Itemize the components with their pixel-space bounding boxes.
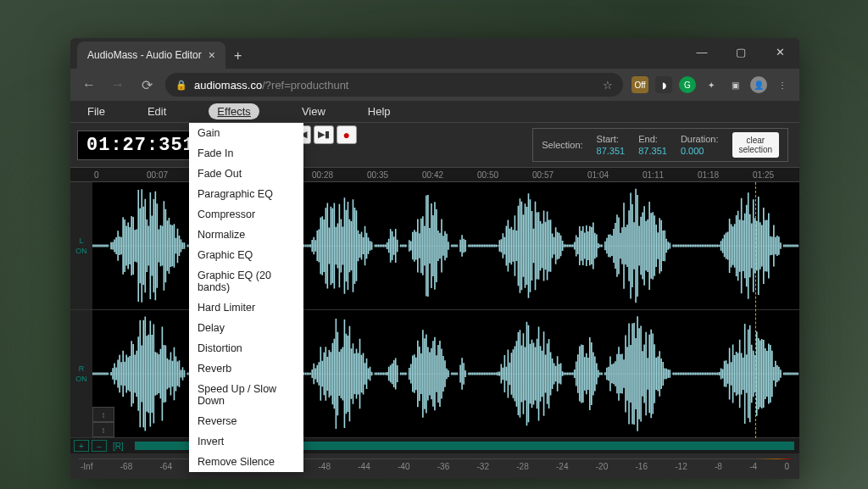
timeline-tick: 01:25 [753, 170, 774, 180]
effect-remove-silence[interactable]: Remove Silence [189, 452, 303, 472]
db-tick: -12 [675, 462, 687, 471]
selection-label: Selection: [542, 140, 582, 150]
db-tick: -28 [516, 462, 528, 471]
db-tick: -Inf [81, 462, 92, 471]
clear-selection-button[interactable]: clear selection [732, 132, 779, 158]
back-button[interactable]: ← [79, 77, 99, 92]
zoom-reset-button[interactable]: [R] [109, 442, 127, 451]
timeline-tick: 00:42 [422, 170, 443, 180]
timeline-tick: 01:18 [698, 170, 719, 180]
close-window-button[interactable]: ✕ [760, 38, 799, 65]
effect-reverb[interactable]: Reverb [189, 358, 303, 379]
timeline-tick: 00:57 [532, 170, 554, 180]
effect-invert[interactable]: Invert [189, 431, 303, 452]
effect-graphic-eq[interactable]: Graphic EQ [189, 245, 303, 265]
close-tab-icon[interactable]: × [209, 48, 215, 62]
browser-window: AudioMass - Audio Editor × + — ▢ ✕ ← → ⟳… [70, 38, 799, 479]
side-tool[interactable]: ↕ [92, 422, 114, 437]
menu-help[interactable]: Help [368, 105, 391, 118]
zoom-out-button[interactable]: – [92, 440, 107, 452]
effect-hard-limiter[interactable]: Hard Limiter [189, 297, 303, 318]
browser-tab[interactable]: AudioMass - Audio Editor × [77, 42, 225, 69]
timeline-tick: 01:11 [643, 170, 664, 180]
tab-title: AudioMass - Audio Editor [87, 49, 202, 61]
extension-icon[interactable]: Off [632, 76, 648, 93]
effect-distortion[interactable]: Distortion [189, 338, 303, 358]
channel-left: L ON [70, 182, 799, 310]
db-tick: -40 [398, 462, 409, 471]
effect-delay[interactable]: Delay [189, 318, 303, 338]
extension-icon[interactable]: ▣ [726, 76, 743, 93]
effects-dropdown: Gain Fade In Fade Out Paragraphic EQ Com… [189, 123, 303, 472]
menubar: File Edit Effects View Help Gain Fade In… [70, 101, 799, 123]
db-tick: 0 [784, 462, 789, 471]
effect-normalize[interactable]: Normalize [189, 225, 303, 245]
minimize-button[interactable]: — [682, 38, 721, 65]
selection-start-label: Start: [597, 133, 626, 145]
timeline-tick: 00:07 [147, 170, 168, 180]
db-tick: -44 [358, 462, 370, 471]
record-button[interactable]: ● [337, 125, 357, 144]
db-tick: -20 [596, 462, 608, 471]
db-tick: -8 [715, 462, 722, 471]
channel-right-label[interactable]: R ON [70, 310, 92, 437]
selection-end-value: 87.351 [638, 145, 667, 157]
db-tick: -16 [636, 462, 648, 471]
timeline-tick: 00:50 [477, 170, 498, 180]
db-tick: -64 [160, 462, 172, 471]
extension-icons: Off ◗ G ✦ ▣ 👤 ⋮ [632, 76, 791, 93]
selection-duration-value: 0.000 [681, 145, 719, 157]
extension-icon[interactable]: G [679, 76, 696, 93]
bookmark-icon[interactable]: ☆ [603, 79, 613, 92]
effect-fade-out[interactable]: Fade Out [189, 164, 303, 184]
address-bar: ← → ⟳ 🔒 audiomass.co/?ref=producthunt ☆ … [70, 69, 799, 101]
effect-graphic-eq-20[interactable]: Graphic EQ (20 bands) [189, 265, 303, 297]
browser-menu-icon[interactable]: ⋮ [774, 76, 791, 93]
url-bar[interactable]: 🔒 audiomass.co/?ref=producthunt ☆ [165, 73, 623, 97]
timeline-tick: 0 [94, 170, 99, 180]
menu-effects[interactable]: Effects [209, 103, 259, 119]
effect-reverse[interactable]: Reverse [189, 411, 303, 431]
timeline-tick: 00:28 [312, 170, 333, 180]
forward-button[interactable]: → [108, 77, 128, 92]
effect-paragraphic-eq[interactable]: Paragraphic EQ [189, 184, 303, 204]
selection-panel: Selection: Start: 87.351 End: 87.351 Dur… [532, 128, 788, 162]
db-tick: -36 [437, 462, 449, 471]
menu-view[interactable]: View [302, 105, 326, 118]
timeline-ruler[interactable]: 0 00:07 00:14 00:21 00:28 00:35 00:42 00… [70, 167, 799, 182]
url-domain: audiomass.co [194, 79, 262, 92]
menu-file[interactable]: File [87, 105, 105, 118]
db-tick: -32 [477, 462, 489, 471]
db-tick: -4 [749, 462, 757, 471]
audio-editor-app: File Edit Effects View Help Gain Fade In… [70, 101, 799, 479]
side-tool[interactable]: ↕ [92, 407, 114, 422]
waveform-area[interactable]: L ON R ON ↕ ↕ [70, 182, 799, 438]
db-tick: -68 [120, 462, 132, 471]
extensions-menu-icon[interactable]: ✦ [703, 76, 720, 93]
timeline-tick: 01:04 [587, 170, 609, 180]
skip-end-button[interactable]: ▶▮ [314, 125, 334, 144]
effect-gain[interactable]: Gain [189, 123, 303, 143]
reload-button[interactable]: ⟳ [136, 77, 157, 93]
channel-right: R ON ↕ ↕ [70, 310, 799, 438]
channel-left-label[interactable]: L ON [70, 182, 92, 309]
selection-duration-label: Duration: [681, 133, 719, 145]
menu-edit[interactable]: Edit [147, 105, 166, 118]
zoom-in-button[interactable]: + [74, 440, 89, 452]
effect-speed[interactable]: Speed Up / Slow Down [189, 379, 303, 411]
effect-fade-in[interactable]: Fade In [189, 143, 303, 164]
lock-icon: 🔒 [175, 80, 187, 91]
selection-end-label: End: [638, 133, 667, 145]
timeline-tick: 00:35 [367, 170, 388, 180]
effect-compressor[interactable]: Compressor [189, 204, 303, 225]
db-tick: -48 [319, 462, 331, 471]
new-tab-button[interactable]: + [225, 43, 250, 69]
toolbar: 01:27:351 0 0 ⟲ ◀◀ ▶▶ ▮◀ ▶▮ ● S [70, 123, 799, 167]
extension-icon[interactable]: ◗ [655, 76, 672, 93]
tab-bar: AudioMass - Audio Editor × + — ▢ ✕ [70, 38, 799, 69]
maximize-button[interactable]: ▢ [721, 38, 760, 65]
profile-avatar[interactable]: 👤 [750, 76, 767, 93]
db-scale: -Inf -68 -64 -60 -56 -52 -48 -44 -40 -36… [70, 453, 799, 479]
selection-marker[interactable] [755, 182, 756, 438]
url-path: /?ref=producthunt [262, 79, 348, 92]
